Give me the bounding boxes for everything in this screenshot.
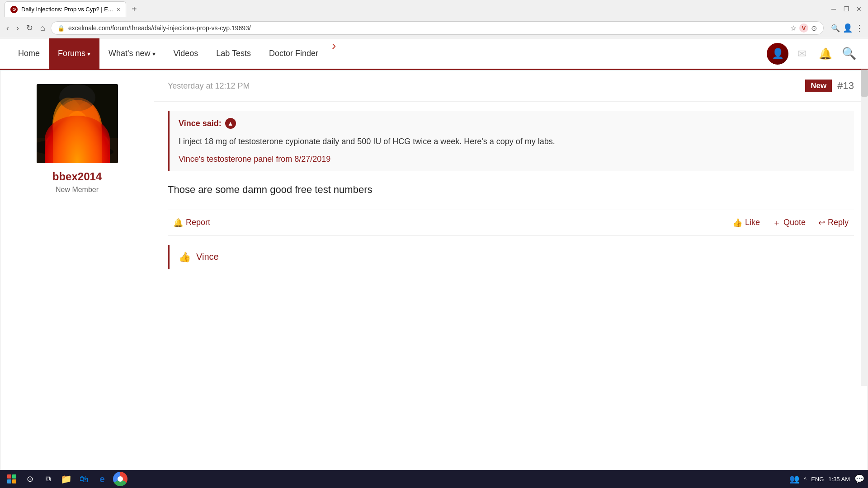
- new-badge: New: [805, 80, 832, 92]
- nav-lab-tests[interactable]: Lab Tests: [207, 38, 260, 69]
- scrollbar-track[interactable]: [861, 70, 868, 386]
- svg-point-6: [52, 98, 84, 152]
- nav-home[interactable]: Home: [9, 38, 49, 69]
- lock-icon: 🔒: [57, 25, 65, 32]
- post-sidebar: bbex2014 New Member: [0, 70, 154, 470]
- close-button[interactable]: ✕: [854, 5, 863, 14]
- post-header: Yesterday at 12:12 PM New #13: [154, 70, 868, 102]
- taskbar-chat-icon[interactable]: 💬: [854, 474, 864, 484]
- quote-button[interactable]: ＋ Quote: [767, 215, 811, 231]
- win-logo-blue: [7, 479, 11, 483]
- win-logo-yellow: [12, 479, 16, 483]
- window-controls: ─ ❐ ✕: [829, 5, 863, 14]
- whats-new-dropdown-icon[interactable]: ▾: [152, 50, 156, 57]
- bell-icon[interactable]: 🔔: [816, 44, 835, 64]
- post-number: #13: [837, 80, 854, 92]
- quote-link[interactable]: Vince's testosterone panel from 8/27/201…: [179, 155, 330, 164]
- nav-whats-new[interactable]: What's new ▾: [99, 38, 164, 69]
- active-tab[interactable]: ⊙ Daily Injections: Prop vs Cyp? | E... …: [5, 1, 126, 17]
- chrome-icons: 🔍 👤 ⋮: [831, 23, 863, 33]
- user-profile-icon[interactable]: 👤: [843, 23, 853, 33]
- browser-tabs: ⊙ Daily Injections: Prop vs Cyp? | E... …: [5, 1, 141, 17]
- like-button[interactable]: 👍 Like: [727, 215, 765, 230]
- new-tab-button[interactable]: +: [128, 4, 141, 14]
- address-bar[interactable]: 🔒 excelmale.com/forum/threads/daily-inje…: [51, 21, 824, 35]
- post-text: Those are some damn good free test numbe…: [168, 182, 854, 197]
- taskbar-taskview-icon[interactable]: ⧉: [40, 471, 56, 487]
- browser-chrome: ⊙ Daily Injections: Prop vs Cyp? | E... …: [0, 0, 868, 38]
- plus-icon: ＋: [773, 217, 781, 228]
- quote-header: Vince said: ▲: [179, 118, 845, 129]
- avatar-inner: 👤: [767, 43, 788, 65]
- likes-section: 👍 Vince: [168, 245, 854, 269]
- quote-author: Vince said:: [179, 119, 222, 128]
- user-avatar[interactable]: 👤: [767, 43, 788, 65]
- taskbar-ie-icon[interactable]: e: [94, 471, 110, 487]
- taskbar-right: 👥 ^ ENG 1:35 AM 💬: [789, 474, 864, 484]
- profile-icon-small[interactable]: V: [799, 23, 808, 33]
- windows-start-button[interactable]: [4, 471, 20, 487]
- taskbar-store-icon[interactable]: 🛍: [76, 471, 92, 487]
- nav-videos[interactable]: Videos: [165, 38, 208, 69]
- bookmark-icon[interactable]: ☆: [790, 24, 797, 33]
- svg-rect-1: [37, 138, 118, 163]
- zoom-icon[interactable]: 🔍: [831, 24, 840, 33]
- taskbar-files-icon[interactable]: 📁: [58, 471, 74, 487]
- nav-doctor-finder[interactable]: Doctor Finder: [260, 38, 327, 69]
- win-logo-green: [12, 474, 16, 479]
- site-navigation: Home Forums ▾ What's new ▾ Videos Lab Te…: [0, 38, 868, 70]
- post-meta-right: New #13: [805, 80, 854, 92]
- taskbar-time: 1:35 AM: [828, 476, 850, 483]
- svg-point-9: [66, 120, 84, 156]
- minimize-button[interactable]: ─: [829, 5, 838, 14]
- mail-icon[interactable]: ✉: [792, 44, 812, 64]
- address-icons: ☆ V ⊙: [790, 23, 817, 33]
- post-body: Vince said: ▲ I inject 18 mg of testoste…: [154, 102, 868, 278]
- taskbar-search-icon[interactable]: ⊙: [22, 471, 38, 487]
- taskbar-lang: ENG: [811, 476, 824, 483]
- thumbs-up-icon: 👍: [732, 218, 742, 228]
- post-timestamp: Yesterday at 12:12 PM: [168, 81, 250, 91]
- post-actions: 🔔 Report 👍 Like ＋ Quote ↩: [168, 210, 854, 236]
- forward-button[interactable]: ›: [14, 22, 21, 35]
- search-icon[interactable]: 🔍: [839, 44, 859, 64]
- maximize-button[interactable]: ❐: [842, 5, 851, 14]
- home-button[interactable]: ⌂: [38, 22, 47, 35]
- main-content: bbex2014 New Member Yesterday at 12:12 P…: [0, 70, 868, 470]
- liker-username[interactable]: Vince: [196, 252, 219, 262]
- username[interactable]: bbex2014: [52, 170, 102, 183]
- post-content-area: Yesterday at 12:12 PM New #13 Vince said…: [154, 70, 868, 470]
- reply-button[interactable]: ↩ Reply: [813, 215, 854, 230]
- menu-icon[interactable]: ⋮: [855, 23, 863, 33]
- svg-point-3: [68, 146, 113, 157]
- taskbar-chevron-icon[interactable]: ^: [804, 476, 807, 483]
- tab-title: Daily Injections: Prop vs Cyp? | E...: [21, 6, 113, 13]
- nav-forums[interactable]: Forums ▾: [49, 38, 99, 69]
- extension-icon[interactable]: ⊙: [811, 24, 817, 33]
- win-logo-red: [7, 474, 11, 479]
- tab-close-button[interactable]: ×: [117, 6, 120, 13]
- back-button[interactable]: ‹: [5, 22, 11, 35]
- windows-logo: [7, 474, 16, 483]
- reply-icon: ↩: [818, 218, 825, 228]
- forums-dropdown-icon[interactable]: ▾: [87, 50, 90, 57]
- scrollbar-thumb[interactable]: [861, 70, 868, 97]
- svg-point-4: [46, 129, 109, 156]
- user-avatar-large[interactable]: [37, 84, 118, 163]
- taskbar-people-icon[interactable]: 👥: [789, 474, 799, 484]
- browser-titlebar: ⊙ Daily Injections: Prop vs Cyp? | E... …: [0, 0, 868, 18]
- quote-arrow-icon[interactable]: ▲: [225, 118, 236, 129]
- report-button[interactable]: 🔔 Report: [168, 215, 216, 230]
- taskbar: ⊙ ⧉ 📁 🛍 e 👥 ^ ENG 1:35 AM 💬: [0, 470, 868, 488]
- browser-addressbar: ‹ › ↻ ⌂ 🔒 excelmale.com/forum/threads/da…: [0, 18, 868, 38]
- svg-point-7: [73, 102, 100, 152]
- svg-point-2: [37, 141, 68, 154]
- taskbar-chrome-icon[interactable]: [112, 471, 128, 487]
- svg-point-10: [59, 84, 95, 111]
- nav-more-icon[interactable]: ›: [327, 38, 340, 69]
- chrome-taskbar-logo: [113, 472, 127, 486]
- nav-right-icons: 👤 ✉ 🔔 🔍: [767, 38, 859, 69]
- reload-button[interactable]: ↻: [24, 21, 35, 35]
- likes-thumb-icon: 👍: [179, 251, 191, 263]
- bell-report-icon: 🔔: [173, 218, 183, 228]
